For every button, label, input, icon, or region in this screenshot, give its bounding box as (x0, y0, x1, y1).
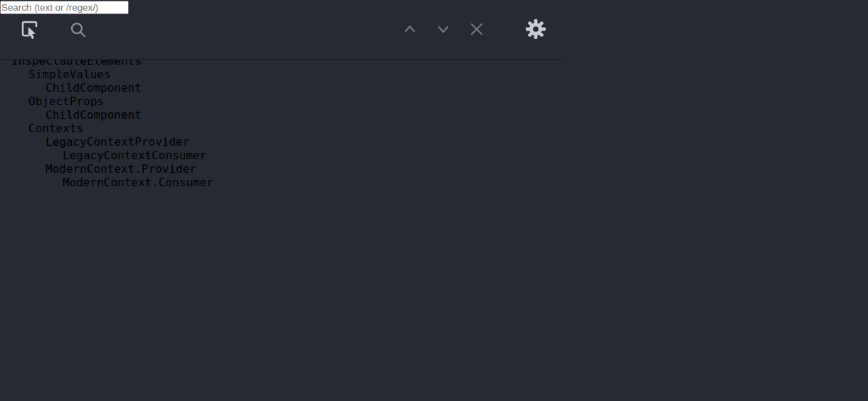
component-name: ObjectProps (28, 95, 104, 108)
components-tree-panel: ListListItem key="1"MemoListItem key="2"… (0, 0, 563, 401)
next-result-button[interactable] (430, 17, 456, 43)
component-name: LegacyContextProvider (46, 135, 189, 149)
react-devtools-components-panel: ListListItem key="1"MemoListItem key="2"… (0, 0, 868, 401)
component-name: SimpleValues (28, 68, 111, 81)
component-name: Contexts (28, 122, 83, 135)
clear-search-button[interactable] (464, 17, 489, 43)
tree-row[interactable]: ModernContext.Provider (0, 162, 563, 176)
settings-button[interactable] (522, 16, 549, 44)
inspect-element-button[interactable] (17, 17, 43, 43)
toolbar-divider (507, 14, 507, 46)
component-name: ChildComponent (46, 81, 142, 95)
tree-row[interactable]: SimpleValues (0, 68, 563, 81)
component-name: LegacyContextConsumer (63, 149, 206, 162)
tree-toolbar (0, 0, 563, 60)
component-name: ChildComponent (46, 108, 142, 122)
tree-row[interactable]: Contexts (0, 122, 563, 135)
tree-row[interactable]: ChildComponent (0, 108, 563, 122)
tree-row[interactable]: LegacyContextConsumer (0, 149, 563, 162)
previous-result-button[interactable] (397, 17, 423, 43)
close-icon (467, 20, 486, 41)
component-name: ModernContext.Consumer (63, 176, 213, 189)
chevron-up-icon (401, 21, 418, 40)
search-icon (68, 20, 88, 40)
tree-row[interactable]: ModernContext.Consumer (0, 176, 563, 189)
chevron-down-icon (435, 21, 452, 40)
component-name: ModernContext.Provider (46, 162, 196, 176)
inspect-element-icon (18, 18, 41, 43)
tree-row[interactable]: ObjectProps (0, 95, 563, 108)
toolbar-divider (55, 14, 56, 46)
tree-row[interactable]: LegacyContextProvider (0, 135, 563, 149)
toolbar-divider (385, 14, 386, 46)
search-input[interactable] (0, 1, 129, 14)
tree-row[interactable]: ChildComponent (0, 81, 563, 95)
gear-icon (524, 17, 548, 43)
